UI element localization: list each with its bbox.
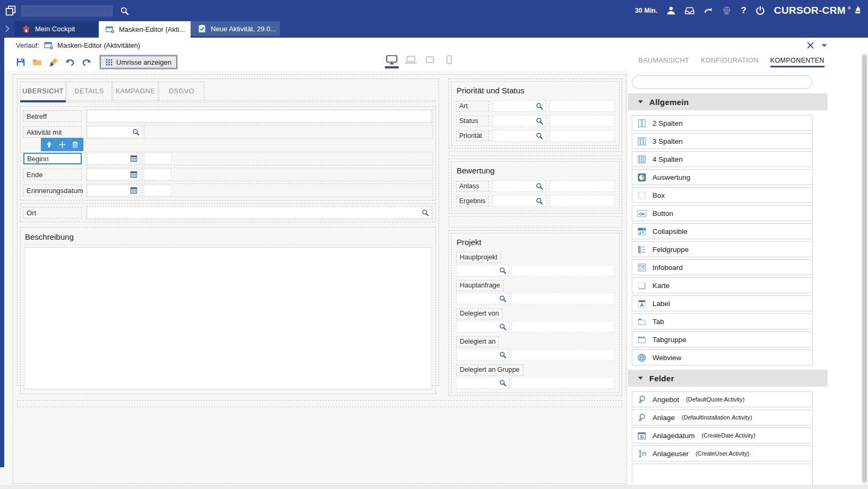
logout-power-icon[interactable] [755,6,765,15]
inbox-tray-icon[interactable] [685,6,694,15]
component-label[interactable]: Label [632,295,813,311]
close-editor-icon[interactable] [807,42,814,49]
field-label-delegiert-von[interactable]: Delegiert von [456,308,503,319]
component-3-spalten[interactable]: 3 Spalten [632,133,813,149]
globe-icon[interactable] [722,6,732,15]
time-cell[interactable] [144,153,171,164]
field-label-aktivitaet-mit[interactable]: Aktivität mit [23,126,82,138]
beschreibung-textarea[interactable] [24,247,432,389]
device-tablet-button[interactable] [423,55,437,65]
delegiert-von-lookup-input[interactable] [456,321,509,333]
field-label-hauptanfrage[interactable]: Hauptanfrage [456,280,504,291]
field-label-prioritaet[interactable]: Priorität [456,130,489,141]
field-label-hauptprojekt[interactable]: Hauptprojekt [456,252,501,263]
calendar-icon[interactable] [130,187,137,194]
field-label-ort[interactable]: Ort [23,207,82,219]
component-tab[interactable]: Tab [632,313,813,329]
group-projekt[interactable]: Projekt Hauptprojekt Hauptanfrage [449,230,622,396]
erinnerungsdatum-date-input[interactable] [87,185,140,196]
tab-mein-cockpit[interactable]: Mein Cockpit [15,21,99,36]
calendar-icon[interactable] [130,171,137,178]
form-tab-uebersicht[interactable]: UBERSICHT [20,82,66,101]
field-component-anlagedatum[interactable]: Anlagedatum (CreateDate.Activity) [632,427,813,443]
component-infoboard[interactable]: Infoboard [632,259,813,275]
undo-icon[interactable] [65,57,75,67]
component-item-clipped[interactable] [632,464,813,485]
delegiert-an-lookup-input[interactable] [456,349,509,361]
anlass-lookup-input[interactable] [493,180,546,192]
field-label-beginn-selected[interactable]: Beginn [23,153,82,164]
device-desktop-button[interactable] [385,55,399,68]
ende-date-input[interactable] [87,169,140,180]
field-component-anlage[interactable]: Anlage (DefaultInstallation.Activity) [632,409,813,425]
device-phone-button[interactable] [442,55,456,65]
ergebnis-lookup-input[interactable] [493,195,546,207]
field-label-betreff[interactable]: Betreff [23,110,82,122]
search-icon[interactable] [499,295,506,302]
component-auswertung[interactable]: Auswertung [632,169,813,185]
field-label-art[interactable]: Art [456,101,489,111]
open-folder-icon[interactable] [32,57,42,67]
component-2-spalten[interactable]: 2 Spalten [632,115,813,131]
search-icon[interactable] [132,128,140,136]
search-icon[interactable] [499,379,506,387]
delete-trash-icon[interactable] [72,141,79,148]
help-icon[interactable]: ? [741,5,746,16]
search-icon[interactable] [422,209,429,216]
section-header-allgemein[interactable]: Allgemein [628,93,828,110]
field-label-delegiert-an-gruppe[interactable]: Delegiert an Gruppe [456,364,523,376]
search-icon[interactable] [536,102,543,110]
component-feldgruppe[interactable]: Feldgruppe [632,241,813,257]
status-lookup-input[interactable] [493,115,546,127]
field-component-angebot[interactable]: Angebot (DefaultQuote.Activity) [632,391,813,407]
time-cell[interactable] [144,185,171,196]
window-cascade-icon[interactable] [5,5,16,16]
hauptprojekt-lookup-input[interactable] [456,265,509,276]
section-header-felder[interactable]: Felder [628,370,828,387]
vertical-scrollbar[interactable] [861,53,867,485]
art-lookup-input[interactable] [493,100,546,112]
tab-konfiguration[interactable]: KONFIGURATION [701,57,758,67]
field-component-anlageuser[interactable]: Anlageuser (CreateUser.Activity) [632,446,813,461]
tab-masken-editor[interactable]: Masken-Editor (Akti... [99,21,191,38]
beschreibung-section[interactable]: Beschreibung [20,227,436,394]
redo-icon[interactable] [82,57,91,67]
field-label-erinnerungsdatum[interactable]: Erinnerungsdatum [23,185,82,196]
horizontal-scrollbar[interactable] [0,485,868,489]
component-filter-input[interactable] [632,75,813,89]
form-left-container[interactable]: UBERSICHT DETAILS KAMPAGNE DSGVO Betreff [17,78,439,386]
component-box[interactable]: Box [632,187,813,203]
brush-icon[interactable] [49,57,58,67]
calendar-icon[interactable] [130,155,137,162]
prioritaet-lookup-input[interactable] [493,130,546,142]
time-cell[interactable] [144,169,171,180]
ort-lookup-input[interactable] [87,207,432,219]
refresh-icon[interactable] [703,6,713,15]
tab-overflow-chevron-icon[interactable] [0,21,15,36]
betreff-input[interactable] [87,110,432,122]
tab-komponenten[interactable]: KOMPONENTEN [770,57,824,67]
empty-layout-row[interactable] [17,400,622,407]
field-label-anlass[interactable]: Anlass [456,181,489,191]
search-icon[interactable] [120,6,129,15]
group-prioritaet-und-status[interactable]: Priorität und Status Art Status [449,78,622,149]
history-entry[interactable]: Masken-Editor (Aktivitäten) [44,41,140,50]
user-icon[interactable] [666,6,676,15]
command-input[interactable] [21,5,113,16]
component-tabgruppe[interactable]: Tabgruppe [632,331,813,347]
search-icon[interactable] [536,182,543,190]
component-4-spalten[interactable]: 4 Spalten [632,151,813,167]
show-outlines-toggle[interactable]: Umrisse anzeigen [100,56,177,68]
search-icon[interactable] [536,117,543,125]
search-icon[interactable] [536,197,543,205]
tab-neue-aktivitaet[interactable]: Neue Aktivität, 29.0... [191,21,280,36]
device-laptop-button[interactable] [404,55,418,65]
form-tab-dsgvo[interactable]: DSGVO [159,82,204,101]
component-collapsible[interactable]: Collapsible [632,223,813,239]
form-tab-details[interactable]: DETAILS [66,82,112,101]
field-label-delegiert-an[interactable]: Delegiert an [456,336,499,347]
editor-canvas[interactable]: UBERSICHT DETAILS KAMPAGNE DSGVO Betreff [13,74,626,484]
group-bewertung[interactable]: Bewertung Anlass Ergebnis [449,159,622,214]
field-label-ergebnis[interactable]: Ergebnis [456,196,489,206]
search-icon[interactable] [499,323,506,330]
